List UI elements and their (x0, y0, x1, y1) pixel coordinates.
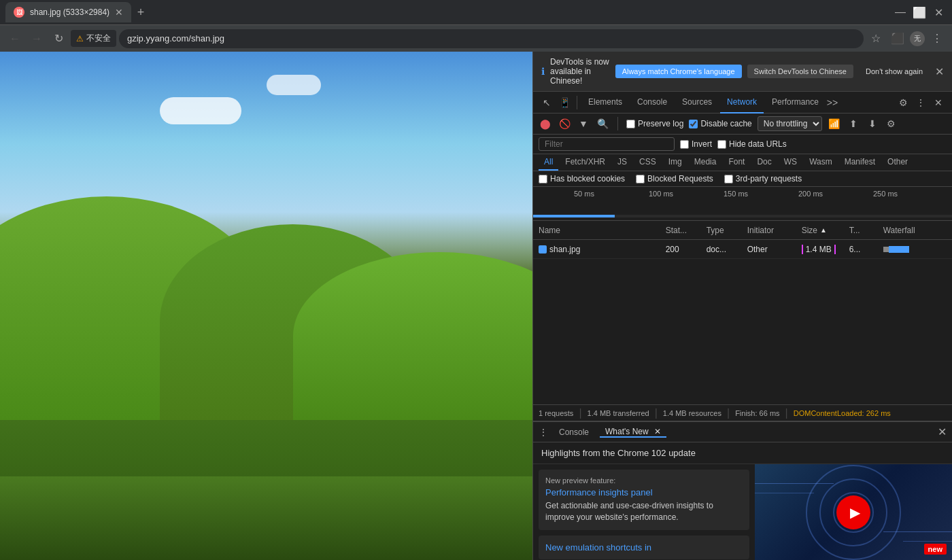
thumb-line-2 (755, 493, 814, 493)
td-waterfall (883, 246, 947, 253)
more-tabs-button[interactable]: >> (827, 97, 838, 108)
main-area: ℹ DevTools is now available in Chinese! … (0, 52, 952, 560)
minimize-button[interactable]: — (892, 4, 908, 20)
filter-tab-fetch[interactable]: Fetch/XHR (560, 154, 611, 171)
clear-button[interactable]: 🚫 (558, 117, 571, 130)
menu-button[interactable]: ⋮ (928, 29, 947, 48)
settings-icon[interactable]: ⚙ (895, 94, 911, 111)
search-icon[interactable]: 🔍 (596, 117, 609, 130)
tab-close-button[interactable]: ✕ (115, 7, 123, 18)
preserve-log-checkbox[interactable] (626, 120, 635, 128)
th-size[interactable]: Size ▲ (802, 226, 849, 235)
whats-new-thumbnail[interactable]: ▶ new (755, 464, 952, 560)
url-bar[interactable] (119, 29, 864, 48)
requests-count: 1 requests (539, 409, 573, 417)
filter-tab-ws[interactable]: WS (779, 154, 802, 171)
whats-new-menu-button[interactable]: ⋮ (539, 427, 548, 438)
filter-tab-wasm[interactable]: Wasm (804, 154, 838, 171)
wifi-icon[interactable]: 📶 (828, 117, 841, 130)
third-party-label[interactable]: 3rd-party requests (736, 174, 802, 183)
filter-tab-css[interactable]: CSS (634, 154, 662, 171)
timeline: 50 ms 100 ms 150 ms 200 ms 250 ms (533, 187, 952, 221)
import-icon[interactable]: ⬇ (866, 117, 879, 130)
devtools-close-button[interactable]: ✕ (930, 94, 947, 111)
tab-elements[interactable]: Elements (581, 92, 629, 113)
tab-console[interactable]: Console (630, 92, 674, 113)
devtools-cursor-icon[interactable]: ↖ (539, 94, 555, 111)
tab-network[interactable]: Network (720, 92, 764, 113)
filter-tab-manifest[interactable]: Manifest (839, 154, 881, 171)
settings2-icon[interactable]: ⚙ (885, 117, 898, 130)
forward-button[interactable]: → (27, 29, 46, 48)
filter-tab-media[interactable]: Media (689, 154, 722, 171)
lang-bar-close-button[interactable]: ✕ (935, 65, 944, 78)
blocked-cookies-label[interactable]: Has blocked cookies (550, 174, 625, 183)
filter-tab-other[interactable]: Other (882, 154, 913, 171)
close-button[interactable]: ✕ (930, 4, 947, 20)
filter-tab-doc[interactable]: Doc (751, 154, 777, 171)
card-2-title[interactable]: New emulation shortcuts in (545, 542, 743, 553)
td-status: 200 (666, 245, 707, 254)
back-button[interactable]: ← (5, 29, 24, 48)
th-name[interactable]: Name (539, 226, 666, 235)
bookmark-button[interactable]: ☆ (866, 29, 885, 48)
console-tab[interactable]: Console (554, 427, 594, 437)
maximize-button[interactable]: ⬜ (911, 4, 928, 20)
upload-icon[interactable]: ⬆ (847, 117, 860, 130)
td-initiator: Other (747, 245, 802, 254)
whats-new-card-1: New preview feature: Performance insight… (539, 470, 749, 530)
table-row[interactable]: shan.jpg 200 doc... Other 1.4 MB 6... (533, 240, 952, 259)
switch-to-chinese-button[interactable]: Switch DevTools to Chinese (747, 65, 853, 78)
th-initiator[interactable]: Initiator (747, 226, 802, 235)
td-type: doc... (707, 245, 747, 254)
dont-show-again-button[interactable]: Don't show again (859, 65, 930, 78)
th-time[interactable]: T... (849, 226, 883, 235)
invert-checkbox[interactable] (680, 140, 689, 149)
sidebar-button[interactable]: ⬛ (888, 29, 907, 48)
card-1-title[interactable]: Performance insights panel (545, 487, 743, 497)
tab-favicon: 🖼 (14, 7, 24, 18)
profile-button[interactable]: 无 (910, 31, 925, 46)
disable-cache-checkbox[interactable] (689, 120, 698, 128)
filter-tabs: All Fetch/XHR JS CSS Img Media Font Doc (533, 154, 952, 171)
filter-tab-img[interactable]: Img (663, 154, 687, 171)
invert-label[interactable]: Invert (692, 139, 712, 149)
tab-performance[interactable]: Performance (765, 92, 826, 113)
filter-tab-js[interactable]: JS (612, 154, 632, 171)
th-type[interactable]: Type (707, 226, 747, 235)
disable-cache-label[interactable]: Disable cache (700, 119, 751, 128)
filter-icon[interactable]: ▼ (577, 117, 590, 130)
filter-tab-font[interactable]: Font (723, 154, 750, 171)
devtools-mobile-icon[interactable]: 📱 (556, 94, 573, 111)
third-party-checkbox[interactable] (724, 175, 733, 183)
whats-new-panel-close[interactable]: ✕ (938, 425, 947, 438)
tab-sources[interactable]: Sources (675, 92, 719, 113)
active-tab[interactable]: 🖼 shan.jpg (5333×2984) ✕ (5, 2, 131, 22)
timeline-label-100ms: 100 ms (649, 190, 673, 198)
blocked-requests-label[interactable]: Blocked Requests (647, 174, 713, 183)
filter-input[interactable] (539, 137, 675, 151)
record-button[interactable]: ⬤ (539, 117, 552, 130)
security-icon: ⚠ (76, 34, 84, 43)
hide-data-urls-group: Hide data URLs (717, 139, 787, 149)
devtools-more-button[interactable]: ⋮ (913, 94, 929, 111)
blocked-cookies-checkbox[interactable] (539, 175, 547, 183)
third-party-group: 3rd-party requests (724, 174, 802, 183)
hide-data-label[interactable]: Hide data URLs (729, 139, 787, 149)
always-match-language-button[interactable]: Always match Chrome's language (615, 65, 742, 78)
th-waterfall[interactable]: Waterfall (883, 226, 947, 235)
throttle-select[interactable]: No throttling (758, 116, 822, 131)
dom-content-loaded: DOMContentLoaded: 262 ms (794, 409, 891, 417)
hide-data-checkbox[interactable] (717, 140, 726, 149)
preserve-log-label[interactable]: Preserve log (638, 119, 683, 128)
new-tab-button[interactable]: + (131, 3, 150, 22)
filter-tab-all[interactable]: All (539, 154, 558, 171)
th-status[interactable]: Stat... (666, 226, 707, 235)
thumb-line-3 (883, 531, 953, 532)
reload-button[interactable]: ↻ (49, 29, 68, 48)
blocked-requests-checkbox[interactable] (636, 175, 645, 183)
whats-new-tab[interactable]: What's New ✕ (600, 427, 666, 438)
thumbnail-background: ▶ new (755, 464, 952, 560)
play-button[interactable]: ▶ (836, 495, 870, 529)
whats-new-close-icon[interactable]: ✕ (654, 427, 661, 436)
